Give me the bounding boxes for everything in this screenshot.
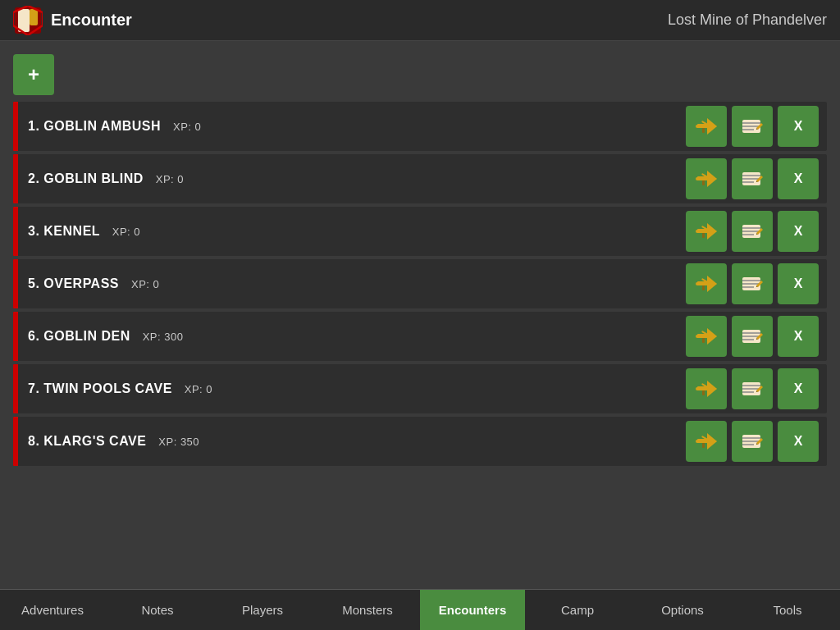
encounter-row: 7. TWIN POOLS CAVE XP: 0	[13, 364, 827, 413]
nav-item-camp[interactable]: Camp	[525, 590, 630, 630]
delete-label: X	[794, 381, 803, 396]
edit-icon	[742, 170, 763, 188]
encounter-launch-button[interactable]	[686, 211, 727, 252]
encounter-delete-button[interactable]: X	[778, 421, 819, 462]
nav-item-players[interactable]: Players	[210, 590, 315, 630]
header-left: Encounter	[13, 6, 132, 35]
encounter-delete-button[interactable]: X	[778, 211, 819, 252]
encounter-name: 2. GOBLIN BLIND XP: 0	[28, 171, 686, 186]
svg-rect-19	[696, 177, 709, 180]
encounter-row-bar	[13, 312, 18, 361]
encounter-launch-button[interactable]	[686, 158, 727, 199]
encounter-xp: XP: 300	[143, 331, 184, 343]
bottom-navigation: AdventuresNotesPlayersMonstersEncounters…	[0, 589, 840, 630]
encounter-actions: X	[686, 316, 819, 357]
encounter-row: 5. OVERPASS XP: 0	[13, 259, 827, 308]
encounter-xp: XP: 0	[131, 278, 159, 290]
delete-label: X	[794, 224, 803, 239]
svg-rect-44	[702, 285, 705, 290]
svg-rect-80	[702, 443, 705, 448]
encounter-row-bar	[13, 364, 18, 413]
edit-icon	[742, 117, 763, 135]
delete-label: X	[794, 276, 803, 291]
arrow-right-icon	[696, 118, 717, 135]
svg-rect-31	[696, 230, 709, 233]
nav-item-tools[interactable]: Tools	[735, 590, 840, 630]
encounter-xp: XP: 0	[185, 383, 212, 395]
nav-item-monsters[interactable]: Monsters	[315, 590, 420, 630]
encounter-xp: XP: 350	[158, 436, 199, 448]
encounter-actions: X	[686, 106, 819, 147]
encounter-xp: XP: 0	[112, 226, 140, 238]
encounter-xp: XP: 0	[156, 173, 184, 185]
delete-label: X	[794, 329, 803, 344]
encounter-edit-button[interactable]	[732, 211, 773, 252]
nav-item-encounters[interactable]: Encounters	[420, 590, 525, 630]
encounter-actions: X	[686, 421, 819, 462]
svg-rect-7	[696, 125, 709, 128]
encounter-delete-button[interactable]: X	[778, 158, 819, 199]
arrow-right-icon	[696, 171, 717, 187]
svg-rect-67	[696, 387, 709, 390]
encounter-name: 3. KENNEL XP: 0	[28, 224, 686, 239]
encounter-delete-button[interactable]: X	[778, 316, 819, 357]
arrow-right-icon	[696, 433, 717, 450]
encounter-launch-button[interactable]	[686, 106, 727, 147]
edit-icon	[742, 222, 763, 240]
encounter-edit-button[interactable]	[732, 263, 773, 304]
encounter-row-bar	[13, 417, 18, 466]
encounter-actions: X	[686, 158, 819, 199]
edit-icon	[742, 327, 763, 345]
encounter-name: 5. OVERPASS XP: 0	[28, 276, 686, 291]
encounter-name: 7. TWIN POOLS CAVE XP: 0	[28, 381, 686, 396]
encounter-edit-button[interactable]	[732, 158, 773, 199]
encounter-row: 3. KENNEL XP: 0	[13, 207, 827, 256]
encounter-delete-button[interactable]: X	[778, 263, 819, 304]
encounter-launch-button[interactable]	[686, 368, 727, 409]
encounter-edit-button[interactable]	[732, 106, 773, 147]
encounter-list: 1. GOBLIN AMBUSH XP: 0	[13, 102, 827, 466]
delete-label: X	[794, 434, 803, 449]
svg-rect-32	[702, 233, 705, 238]
encounter-row-bar	[13, 154, 18, 203]
svg-rect-20	[702, 180, 705, 185]
encounter-edit-button[interactable]	[732, 316, 773, 357]
app-header: Encounter Lost Mine of Phandelver	[0, 0, 840, 41]
nav-item-options[interactable]: Options	[630, 590, 735, 630]
add-encounter-button[interactable]: +	[13, 54, 54, 95]
encounter-edit-button[interactable]	[732, 368, 773, 409]
encounter-name: 1. GOBLIN AMBUSH XP: 0	[28, 119, 686, 134]
arrow-right-icon	[696, 381, 717, 397]
encounter-row-bar	[13, 259, 18, 308]
app-title: Encounter	[51, 11, 132, 30]
delete-label: X	[794, 119, 803, 134]
encounter-row-bar	[13, 102, 18, 151]
app-logo-icon	[13, 6, 43, 35]
encounter-delete-button[interactable]: X	[778, 106, 819, 147]
encounter-actions: X	[686, 211, 819, 252]
svg-rect-68	[702, 390, 705, 395]
encounter-edit-button[interactable]	[732, 421, 773, 462]
edit-icon	[742, 380, 763, 398]
svg-rect-8	[702, 128, 705, 133]
arrow-right-icon	[696, 328, 717, 345]
main-content: + 1. GOBLIN AMBUSH XP: 0	[0, 41, 840, 589]
encounter-row: 1. GOBLIN AMBUSH XP: 0	[13, 102, 827, 151]
encounter-launch-button[interactable]	[686, 316, 727, 357]
edit-icon	[742, 432, 763, 450]
encounter-launch-button[interactable]	[686, 421, 727, 462]
encounter-row: 2. GOBLIN BLIND XP: 0	[13, 154, 827, 203]
svg-rect-79	[696, 440, 709, 443]
encounter-row: 8. KLARG'S CAVE XP: 350	[13, 417, 827, 466]
encounter-launch-button[interactable]	[686, 263, 727, 304]
svg-rect-2	[30, 9, 38, 25]
svg-rect-56	[702, 338, 705, 343]
encounter-row: 6. GOBLIN DEN XP: 300	[13, 312, 827, 361]
nav-item-notes[interactable]: Notes	[105, 590, 210, 630]
encounter-xp: XP: 0	[173, 121, 201, 133]
encounter-delete-button[interactable]: X	[778, 368, 819, 409]
nav-item-adventures[interactable]: Adventures	[0, 590, 105, 630]
svg-rect-43	[696, 282, 709, 285]
arrow-right-icon	[696, 276, 717, 292]
arrow-right-icon	[696, 223, 717, 240]
